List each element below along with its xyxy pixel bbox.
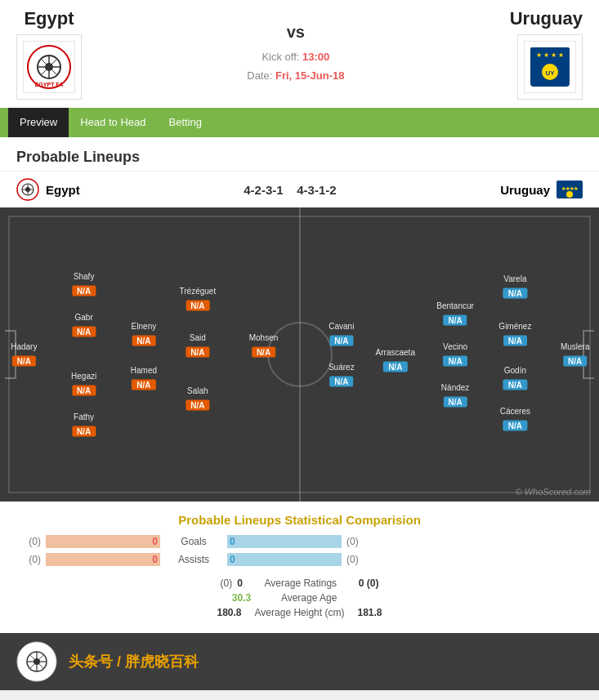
- avg-ratings-right-val: 0 (0): [359, 577, 379, 589]
- lineup-team-left: Egypt: [16, 178, 80, 201]
- goals-label: Goals: [165, 536, 222, 547]
- lineup-formations: 4-2-3-1 4-3-1-2: [80, 183, 500, 197]
- goals-right-bar: 0: [227, 535, 342, 548]
- player-muslera: Muslera N/A: [561, 342, 590, 368]
- player-cavani: Cavani N/A: [329, 321, 354, 346]
- goals-left-bracket: (0): [16, 536, 41, 547]
- match-details: Kick off: 13:00 Date: Fri, 15-Jun-18: [247, 48, 344, 84]
- nav-betting[interactable]: Betting: [157, 108, 212, 137]
- player-nandez: Nández N/A: [441, 383, 469, 408]
- match-header: Egypt EGYPT FA vs Kick off: 13:00: [0, 0, 599, 108]
- stat-row-avg-age: 30.3 Average Age: [16, 592, 583, 604]
- team-right-logo: ★ ★ ★ ★ UY: [517, 34, 583, 100]
- team-left-name: Egypt: [24, 8, 74, 29]
- goals-left-bar: 0: [46, 535, 160, 548]
- player-shafy: Shafy N/A: [72, 271, 96, 296]
- player-hegazi: Hegazi N/A: [71, 372, 96, 397]
- player-trezeguet: Trézéguet N/A: [180, 286, 217, 311]
- team-left-section: Egypt EGYPT FA: [16, 8, 82, 100]
- avg-ratings-left-val: 0: [237, 577, 243, 589]
- player-hadary: Hadary N/A: [11, 342, 37, 368]
- date-label: Date:: [247, 69, 272, 82]
- assists-left-bracket: (0): [16, 554, 41, 565]
- player-caceres: Cáceres N/A: [500, 407, 530, 432]
- player-salah: Salah N/A: [186, 386, 209, 412]
- player-bentancur: Bentancur N/A: [436, 301, 474, 326]
- assists-label: Assists: [165, 554, 222, 565]
- avg-height-label: Average Height (cm): [247, 607, 353, 618]
- svg-text:UY: UY: [545, 69, 555, 77]
- avg-height-right-val: 181.8: [358, 607, 382, 618]
- egypt-crest-icon: EGYPT FA: [23, 41, 75, 93]
- stat-row-avg-ratings: (0) 0 Average Ratings 0 (0): [16, 577, 583, 589]
- player-fathy: Fathy N/A: [72, 412, 96, 438]
- player-gabr: Gabr N/A: [72, 313, 96, 338]
- player-suarez: Suárez N/A: [329, 363, 355, 388]
- stat-row-assists: (0) 0 Assists 0 (0): [16, 553, 583, 566]
- bottom-logo-icon: [16, 641, 57, 682]
- lineup-right-name: Uruguay: [500, 183, 550, 197]
- uruguay-crest-icon: ★ ★ ★ ★ UY: [524, 41, 576, 93]
- svg-text:EGYPT FA: EGYPT FA: [35, 82, 64, 87]
- lineup-header: Egypt 4-2-3-1 4-3-1-2 Uruguay ★★★★: [0, 171, 599, 207]
- vs-text: vs: [247, 23, 344, 42]
- nav-bar: Preview Head to Head Betting: [0, 108, 599, 137]
- svg-text:★ ★ ★ ★: ★ ★ ★ ★: [536, 51, 565, 59]
- formation-left: 4-2-3-1: [244, 183, 283, 197]
- watermark: © WhoScored.com: [516, 487, 591, 497]
- stat-row-avg-height: 180.8 Average Height (cm) 181.8: [16, 607, 583, 618]
- stat-row-goals: (0) 0 Goals 0 (0): [16, 535, 583, 548]
- player-elneny: Elneny N/A: [132, 321, 157, 346]
- assists-right-val: 0: [230, 554, 235, 565]
- avg-age-label: Average Age: [256, 592, 362, 604]
- avg-age-left-val: 30.3: [232, 592, 251, 604]
- pitch-container: Hadary N/A Fathy N/A Hegazi N/A Gabr N/A…: [0, 207, 599, 502]
- player-said: Said N/A: [186, 333, 209, 359]
- team-right-section: Uruguay ★ ★ ★ ★ UY: [510, 8, 583, 100]
- egypt-small-logo: [16, 178, 39, 201]
- goals-right-bracket: (0): [346, 536, 371, 547]
- assists-left-bar: 0: [46, 553, 160, 566]
- formation-right: 4-3-1-2: [297, 183, 336, 197]
- avg-ratings-left-bracket: (0): [220, 577, 232, 589]
- date-value: Fri, 15-Jun-18: [275, 69, 345, 82]
- nav-head-to-head[interactable]: Head to Head: [69, 108, 157, 137]
- svg-point-23: [566, 191, 573, 198]
- kickoff-label: Kick off:: [262, 51, 299, 63]
- probable-lineups-title: Probable Lineups: [0, 137, 599, 171]
- assists-right-bracket: (0): [346, 554, 371, 565]
- kickoff-value: 13:00: [302, 51, 329, 63]
- player-varela: Varela N/A: [503, 274, 527, 300]
- avg-ratings-label: Average Ratings: [248, 577, 354, 589]
- stats-title: Probable Lineups Statistical Comparision: [16, 513, 583, 527]
- player-mohsen: Mohsen N/A: [249, 333, 279, 359]
- player-arrascaeta: Arrascaeta N/A: [376, 348, 415, 373]
- goals-left-val: 0: [152, 536, 158, 547]
- lineup-team-right: Uruguay ★★★★: [500, 181, 583, 198]
- nav-preview[interactable]: Preview: [8, 108, 69, 137]
- team-left-logo: EGYPT FA: [16, 34, 82, 100]
- avg-height-left-val: 180.8: [217, 607, 241, 618]
- player-hamed: Hamed N/A: [131, 365, 157, 390]
- player-gimenez: Giménez N/A: [498, 321, 531, 346]
- uruguay-small-logo: ★★★★: [557, 181, 583, 198]
- lineup-left-name: Egypt: [46, 183, 80, 197]
- goals-right-val: 0: [230, 536, 235, 547]
- player-godin: Godín N/A: [503, 365, 527, 390]
- stats-section: Probable Lineups Statistical Comparision…: [0, 502, 599, 633]
- player-vecino: Vecino N/A: [443, 342, 467, 368]
- team-right-name: Uruguay: [510, 8, 583, 29]
- match-info-section: vs Kick off: 13:00 Date: Fri, 15-Jun-18: [247, 23, 344, 84]
- overlay-text: 头条号 / 胖虎晓百科: [69, 652, 199, 671]
- bottom-overlay: 头条号 / 胖虎晓百科: [0, 633, 599, 690]
- assists-right-bar: 0: [227, 553, 342, 566]
- assists-left-val: 0: [152, 554, 158, 565]
- svg-text:★★★★: ★★★★: [561, 186, 579, 191]
